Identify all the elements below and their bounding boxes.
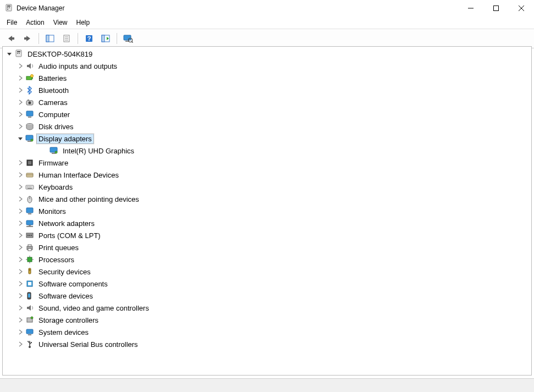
svg-rect-26	[17, 51, 20, 52]
chevron-right-icon[interactable]	[16, 98, 25, 107]
chevron-down-icon[interactable]	[5, 49, 14, 58]
svg-rect-6	[494, 6, 499, 11]
tree-category[interactable]: Firmware	[3, 157, 531, 169]
tree-category[interactable]: System devices	[3, 326, 531, 338]
properties-icon	[62, 34, 71, 43]
svg-rect-27	[17, 53, 18, 54]
tree-category[interactable]: Universal Serial Bus controllers	[3, 338, 531, 350]
tree-category[interactable]: Display adapters	[3, 132, 531, 145]
action-button[interactable]	[98, 31, 113, 46]
device-tree[interactable]: DESKTOP-504K819Audio inputs and outputsB…	[2, 46, 532, 376]
tree-category[interactable]: Cameras	[3, 96, 531, 108]
tree-category[interactable]: Ports (COM & LPT)	[3, 229, 531, 241]
svg-point-62	[29, 235, 30, 236]
chevron-right-icon[interactable]	[16, 340, 25, 349]
tree-spacer	[40, 146, 49, 155]
tree-category[interactable]: Disk drives	[3, 120, 531, 132]
monitor-icon	[25, 109, 35, 119]
tree-category[interactable]: Software devices	[3, 290, 531, 302]
tree-category-label: Audio inputs and outputs	[37, 62, 119, 71]
tree-category[interactable]: Network adapters	[3, 217, 531, 229]
tree-category[interactable]: Security devices	[3, 266, 531, 278]
chevron-right-icon[interactable]	[16, 243, 25, 252]
tree-category-label: Universal Serial Bus controllers	[37, 340, 140, 349]
tree-category[interactable]: Audio inputs and outputs	[3, 60, 531, 72]
tree-category[interactable]: Batteries	[3, 72, 531, 84]
tree-category[interactable]: Monitors	[3, 205, 531, 217]
tree-category[interactable]: Mice and other pointing devices	[3, 193, 531, 205]
menu-file[interactable]: File	[2, 18, 21, 27]
tree-device[interactable]: Intel(R) UHD Graphics	[3, 145, 531, 157]
chevron-right-icon[interactable]	[16, 255, 25, 264]
chevron-right-icon[interactable]	[16, 219, 25, 228]
tree-category[interactable]: Sound, video and game controllers	[3, 302, 531, 314]
battery-icon	[25, 73, 35, 83]
app-icon	[4, 4, 13, 13]
audio-icon	[25, 61, 35, 71]
tree-category[interactable]: Human Interface Devices	[3, 169, 531, 181]
forward-button[interactable]	[20, 31, 35, 46]
storage-icon	[25, 315, 35, 325]
tree-category[interactable]: Keyboards	[3, 181, 531, 193]
chevron-right-icon[interactable]	[16, 110, 25, 119]
svg-rect-2	[7, 7, 8, 8]
chevron-right-icon[interactable]	[16, 279, 25, 288]
svg-rect-56	[28, 213, 31, 214]
tree-category[interactable]: Computer	[3, 108, 531, 120]
chevron-right-icon[interactable]	[16, 86, 25, 95]
keyboard-icon	[25, 182, 35, 192]
tree-category-label: Monitors	[37, 207, 68, 216]
chevron-right-icon[interactable]	[16, 74, 25, 82]
chevron-down-icon[interactable]	[16, 134, 25, 143]
cpu-icon	[25, 255, 35, 264]
audio-icon	[25, 303, 35, 313]
close-button[interactable]	[509, 0, 534, 16]
maximize-button[interactable]	[483, 0, 509, 16]
back-button[interactable]	[3, 31, 19, 46]
menu-action[interactable]: Action	[21, 18, 48, 27]
properties-button[interactable]	[59, 31, 74, 46]
svg-text:?: ?	[87, 35, 91, 42]
svg-rect-3	[9, 7, 10, 8]
tree-category[interactable]: Print queues	[3, 241, 531, 253]
tree-category[interactable]: Software components	[3, 278, 531, 290]
svg-rect-9	[12, 37, 14, 40]
chevron-right-icon[interactable]	[16, 122, 25, 131]
scan-hardware-button[interactable]	[120, 31, 136, 46]
chevron-right-icon[interactable]	[16, 267, 25, 276]
chevron-right-icon[interactable]	[16, 195, 25, 203]
camera-icon	[25, 97, 35, 107]
chevron-right-icon[interactable]	[16, 328, 25, 336]
chevron-right-icon[interactable]	[16, 183, 25, 191]
svg-rect-77	[28, 294, 30, 297]
tree-category[interactable]: Processors	[3, 253, 531, 266]
help-button[interactable]: ?	[81, 31, 97, 46]
chevron-right-icon[interactable]	[16, 291, 25, 300]
tree-category-label: Security devices	[37, 267, 92, 277]
show-hide-tree-button[interactable]	[42, 31, 58, 46]
minimize-button[interactable]	[458, 0, 483, 16]
softcomp-icon	[25, 279, 35, 289]
chevron-right-icon[interactable]	[16, 207, 25, 216]
printer-icon	[25, 242, 35, 252]
toolbar-separator	[38, 33, 39, 44]
chevron-right-icon[interactable]	[16, 303, 25, 312]
tree-category[interactable]: Bluetooth	[3, 84, 531, 96]
chevron-right-icon[interactable]	[16, 316, 25, 324]
mouse-icon	[25, 194, 35, 204]
menu-view[interactable]: View	[49, 18, 72, 27]
disk-icon	[25, 122, 35, 131]
chevron-right-icon[interactable]	[16, 62, 25, 70]
softdev-icon	[25, 291, 35, 301]
chevron-right-icon[interactable]	[16, 158, 25, 167]
tree-root[interactable]: DESKTOP-504K819	[3, 48, 531, 60]
svg-point-86	[27, 341, 29, 342]
svg-rect-72	[29, 268, 31, 274]
svg-rect-67	[27, 257, 32, 262]
svg-rect-87	[31, 342, 32, 343]
tree-category[interactable]: Storage controllers	[3, 314, 531, 326]
window-controls	[458, 0, 534, 16]
chevron-right-icon[interactable]	[16, 231, 25, 240]
chevron-right-icon[interactable]	[16, 170, 25, 179]
menu-help[interactable]: Help	[72, 18, 95, 27]
